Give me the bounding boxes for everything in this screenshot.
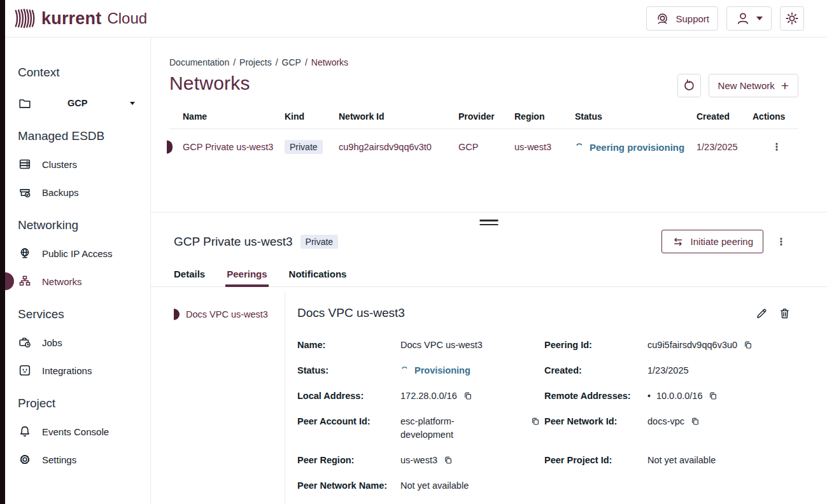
sidebar-section-managed-esdb: Managed ESDB: [18, 129, 150, 143]
sidebar-item-backups[interactable]: Backups: [18, 185, 150, 199]
breadcrumb-separator: /: [305, 57, 307, 67]
topbar: kurrent Cloud Support: [0, 0, 827, 38]
copy-icon[interactable]: [463, 391, 473, 401]
breadcrumb-item[interactable]: GCP: [282, 57, 301, 67]
tab-notifications[interactable]: Notifications: [289, 269, 347, 286]
field-value-remote-addresses: 10.0.0.0/16: [656, 389, 703, 403]
table-row[interactable]: GCP Private us-west3 Private cu9hg2airsd…: [169, 129, 798, 165]
sidebar-section-project: Project: [18, 396, 150, 410]
peerings-content: Docs VPC us-west3 Docs VPC us-west3: [151, 291, 827, 504]
field-label-status: Status:: [297, 364, 400, 377]
column-header-region: Region: [514, 111, 575, 122]
delete-trash-icon[interactable]: [778, 307, 791, 320]
field-value-peer-network-id: docs-vpc: [647, 415, 684, 428]
user-menu-button[interactable]: [726, 6, 772, 31]
peering-detail-title: Docs VPC us-west3: [297, 306, 405, 320]
field-label-created: Created:: [544, 364, 647, 377]
field-label-local-address: Local Address:: [297, 389, 400, 403]
field-value-peer-network-name: Not yet available: [400, 479, 469, 493]
edit-pencil-icon[interactable]: [755, 307, 768, 320]
field-value-local-address: 172.28.0.0/16: [400, 389, 457, 403]
sidebar-item-events-console[interactable]: Events Console: [18, 424, 150, 438]
field-label-peer-network-id: Peer Network Id:: [544, 415, 647, 442]
brand-suffix: Cloud: [107, 10, 147, 27]
field-value-name: Docs VPC us-west3: [400, 339, 483, 352]
copy-icon[interactable]: [743, 340, 753, 350]
sidebar-item-networks[interactable]: Networks: [18, 274, 150, 288]
panel-kebab-icon[interactable]: [774, 234, 789, 249]
column-header-actions: Actions: [753, 111, 798, 122]
bell-icon: [18, 424, 32, 438]
breadcrumb-separator: /: [276, 57, 278, 67]
initiate-peering-label: Initiate peering: [691, 236, 753, 247]
new-network-label: New Network: [718, 80, 775, 91]
plus-icon: +: [781, 79, 789, 92]
kind-badge: Private: [300, 235, 339, 249]
copy-icon[interactable]: [690, 416, 700, 426]
tab-peerings[interactable]: Peerings: [227, 269, 267, 286]
status-text: Peering provisioning: [590, 142, 684, 153]
app-window: kurrent Cloud Support: [0, 0, 827, 504]
page-header: Networks New Network +: [151, 67, 827, 97]
page-actions: New Network +: [677, 74, 798, 97]
sidebar-item-clusters[interactable]: Clusters: [18, 157, 150, 171]
kind-badge: Private: [285, 140, 323, 154]
breadcrumb-separator: /: [233, 57, 236, 67]
sidebar-item-label: Events Console: [42, 426, 109, 437]
field-label-peering-id: Peering Id:: [544, 339, 647, 352]
sidebar-item-public-ip-access[interactable]: Public IP Access: [18, 246, 150, 260]
chevron-down-icon: [130, 102, 135, 105]
copy-icon[interactable]: [530, 416, 541, 426]
tab-details[interactable]: Details: [174, 269, 205, 286]
field-value-peer-account-id: esc-platform-development: [400, 415, 472, 442]
brand-logo[interactable]: kurrent Cloud: [13, 6, 147, 31]
copy-icon[interactable]: [708, 391, 718, 401]
breadcrumb: Documentation/Projects/GCP/Networks: [151, 38, 827, 67]
copy-icon[interactable]: [443, 455, 453, 465]
gear-icon: [18, 452, 32, 466]
user-icon: [735, 11, 751, 26]
network-detail-panel: GCP Private us-west3 Private Initiate pe…: [151, 212, 827, 504]
peering-fields: Name: Docs VPC us-west3 Peering Id: cu9i…: [297, 339, 791, 493]
briefcase-clock-icon: [18, 335, 32, 349]
field-label-peer-network-name: Peer Network Name:: [297, 479, 400, 493]
peering-list-item[interactable]: Docs VPC us-west3: [174, 309, 285, 320]
network-name-link[interactable]: GCP Private us-west3: [169, 142, 285, 152]
context-selector[interactable]: GCP: [18, 96, 150, 110]
initiate-peering-button[interactable]: Initiate peering: [661, 230, 763, 253]
main-content: Documentation/Projects/GCP/Networks Netw…: [151, 38, 827, 504]
theme-toggle-button[interactable]: [780, 6, 804, 31]
new-network-button[interactable]: New Network +: [709, 74, 798, 97]
created-cell: 1/23/2025: [696, 142, 753, 152]
page-title: Networks: [169, 73, 250, 94]
panel-title: GCP Private us-west3: [174, 235, 293, 249]
peerings-list: Docs VPC us-west3: [151, 291, 285, 504]
network-tree-icon: [18, 274, 32, 288]
outlet-icon: [18, 363, 32, 377]
column-header-provider: Provider: [458, 111, 514, 122]
sidebar-section-services: Services: [18, 307, 150, 321]
sidebar-item-label: Settings: [42, 454, 76, 465]
swap-arrows-icon: [672, 235, 684, 248]
backup-box-icon: [18, 185, 32, 199]
sidebar-item-integrations[interactable]: Integrations: [18, 363, 150, 377]
sidebar-item-jobs[interactable]: Jobs: [18, 335, 150, 349]
breadcrumb-item[interactable]: Projects: [239, 57, 272, 67]
peering-detail: Docs VPC us-west3: [285, 291, 827, 504]
refresh-button[interactable]: [677, 74, 701, 97]
headset-icon: [655, 11, 670, 26]
sidebar-item-label: Backups: [42, 187, 79, 198]
sidebar-item-label: Public IP Access: [42, 248, 113, 259]
panel-header: GCP Private us-west3 Private Initiate pe…: [174, 230, 789, 253]
field-label-name: Name:: [297, 339, 400, 352]
chevron-down-icon: [756, 17, 763, 20]
support-button[interactable]: Support: [646, 6, 718, 31]
peering-list-item-label: Docs VPC us-west3: [186, 309, 268, 319]
field-value-status: Provisioning: [414, 364, 470, 377]
field-label-peer-region: Peer Region:: [297, 454, 400, 467]
row-actions-kebab-icon[interactable]: [769, 139, 784, 155]
breadcrumb-item[interactable]: Documentation: [169, 57, 229, 67]
panel-drag-handle[interactable]: [480, 220, 498, 228]
sidebar-item-settings[interactable]: Settings: [18, 452, 150, 466]
sidebar: Context GCP Managed ESDB Clusters: [5, 38, 151, 504]
